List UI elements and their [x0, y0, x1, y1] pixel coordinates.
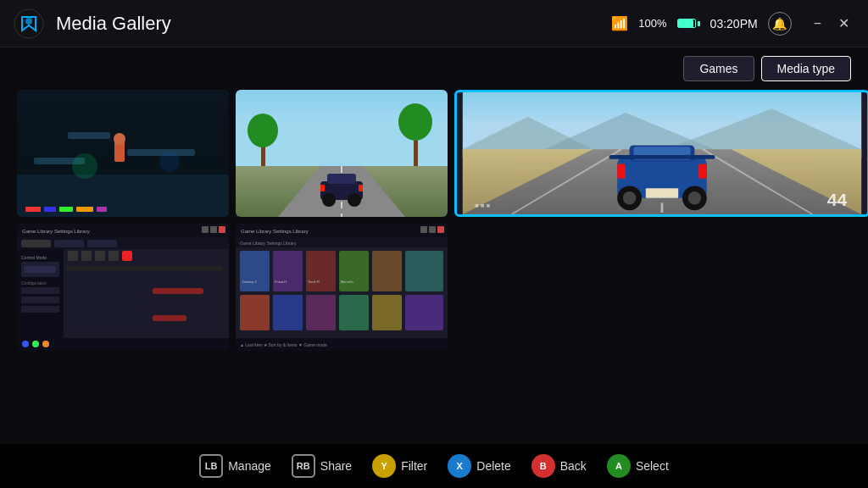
svg-rect-73	[95, 251, 105, 261]
svg-text:Destiny 2: Destiny 2	[242, 280, 257, 284]
svg-rect-93	[429, 226, 436, 233]
delete-action: X Delete	[448, 454, 510, 478]
svg-point-10	[72, 153, 97, 179]
svg-text:■ ■ ■: ■ ■ ■	[475, 202, 491, 209]
svg-rect-75	[122, 251, 132, 261]
svg-point-28	[348, 193, 361, 207]
svg-text:Control Mode: Control Mode	[21, 255, 47, 260]
svg-rect-6	[127, 149, 195, 156]
svg-rect-100	[339, 251, 369, 291]
share-action: RB Share	[292, 454, 352, 478]
filter-label: Filter	[401, 459, 427, 473]
svg-rect-82	[66, 308, 125, 313]
svg-rect-70	[21, 306, 59, 313]
svg-rect-69	[21, 297, 59, 303]
media-type-filter-button[interactable]: Media type	[761, 56, 851, 81]
svg-point-27	[322, 193, 336, 207]
svg-text:Game Library  Settings  Librar: Game Library Settings Library	[240, 241, 297, 246]
svg-rect-92	[420, 226, 427, 233]
close-button[interactable]: ✕	[833, 14, 854, 33]
select-action: A Select	[607, 454, 669, 478]
svg-rect-71	[68, 251, 78, 261]
svg-rect-98	[273, 251, 303, 291]
svg-rect-15	[76, 207, 93, 212]
svg-rect-48	[698, 164, 707, 178]
svg-text:Forza H: Forza H	[275, 280, 287, 284]
media-item-4[interactable]: Game Library Settings Library Control Mo…	[17, 224, 229, 351]
manage-label: Manage	[228, 459, 271, 473]
svg-rect-56	[202, 226, 209, 233]
svg-text:Tomb R: Tomb R	[308, 280, 320, 284]
window-controls: − ✕	[809, 14, 854, 33]
svg-rect-77	[66, 274, 185, 279]
svg-rect-30	[359, 185, 363, 191]
minimize-button[interactable]: −	[809, 14, 826, 33]
svg-rect-76	[66, 266, 223, 271]
svg-rect-94	[437, 226, 444, 233]
bottom-action-bar: LB Manage RB Share Y Filter X Delete B B…	[0, 444, 868, 488]
svg-point-87	[32, 341, 39, 347]
svg-rect-104	[273, 295, 303, 330]
media-item-1[interactable]	[17, 90, 229, 217]
y-button[interactable]: Y	[372, 454, 396, 478]
lb-button[interactable]: LB	[199, 454, 223, 478]
a-button[interactable]: A	[607, 454, 631, 478]
app-header: Media Gallery 📶 100% 03:20PM 🔔 − ✕	[0, 0, 868, 47]
svg-text:Game Library  Settings  Librar: Game Library Settings Library	[22, 229, 90, 234]
svg-rect-80	[153, 288, 203, 294]
notification-button[interactable]: 🔔	[768, 12, 792, 36]
svg-rect-72	[81, 251, 92, 261]
svg-point-9	[114, 133, 125, 145]
media-grid: 44 ■ ■ ■ Game Library Settings Library C…	[0, 90, 868, 351]
svg-rect-68	[21, 287, 59, 294]
media-item-5[interactable]: Game Library Settings Library Game Libra…	[236, 224, 448, 351]
svg-rect-13	[44, 207, 56, 212]
svg-text:Marvel's: Marvel's	[341, 280, 353, 284]
media-item-3[interactable]: 44 ■ ■ ■	[454, 90, 868, 217]
x-button[interactable]: X	[448, 454, 471, 478]
battery-icon	[677, 19, 700, 28]
svg-rect-84	[153, 315, 186, 321]
svg-point-24	[398, 103, 432, 141]
svg-rect-107	[372, 295, 402, 330]
svg-rect-57	[210, 226, 217, 233]
svg-rect-58	[219, 226, 225, 233]
svg-rect-16	[97, 207, 107, 212]
svg-rect-81	[66, 300, 142, 304]
rb-button[interactable]: RB	[292, 454, 315, 478]
svg-text:▲ Last item  ★ Sort by & Items: ▲ Last item ★ Sort by & Items ▼ Game mod…	[240, 342, 327, 347]
header-status: 📶 100% 03:20PM 🔔 − ✕	[611, 12, 854, 36]
toolbar: Games Media type	[0, 47, 868, 90]
svg-text:Configuration: Configuration	[21, 280, 47, 286]
games-filter-button[interactable]: Games	[683, 56, 754, 81]
svg-point-86	[22, 341, 29, 347]
filter-action: Y Filter	[372, 454, 427, 478]
svg-text:Game Library  Settings  Librar: Game Library Settings Library	[241, 229, 309, 234]
clock: 03:20PM	[710, 17, 758, 30]
svg-rect-97	[240, 251, 270, 291]
manage-action: LB Manage	[199, 454, 271, 478]
svg-rect-79	[66, 290, 134, 294]
svg-rect-62	[87, 240, 117, 247]
svg-rect-26	[327, 174, 356, 184]
share-label: Share	[320, 459, 352, 473]
svg-text:44: 44	[827, 190, 848, 209]
svg-rect-50	[609, 155, 715, 159]
b-button[interactable]: B	[531, 454, 555, 478]
svg-rect-99	[306, 251, 336, 291]
page-title: Media Gallery	[56, 13, 611, 35]
app-logo-icon	[14, 8, 44, 39]
svg-rect-101	[372, 251, 402, 291]
back-action: B Back	[531, 454, 587, 478]
svg-rect-74	[108, 251, 119, 261]
back-label: Back	[560, 459, 587, 473]
delete-label: Delete	[476, 459, 510, 473]
wifi-strength: 100%	[638, 17, 666, 30]
svg-rect-49	[646, 188, 678, 198]
svg-point-22	[248, 114, 278, 147]
svg-rect-12	[25, 207, 41, 212]
media-item-2[interactable]	[236, 90, 448, 217]
svg-rect-29	[320, 185, 325, 191]
svg-rect-78	[66, 281, 202, 286]
svg-rect-105	[306, 295, 336, 330]
